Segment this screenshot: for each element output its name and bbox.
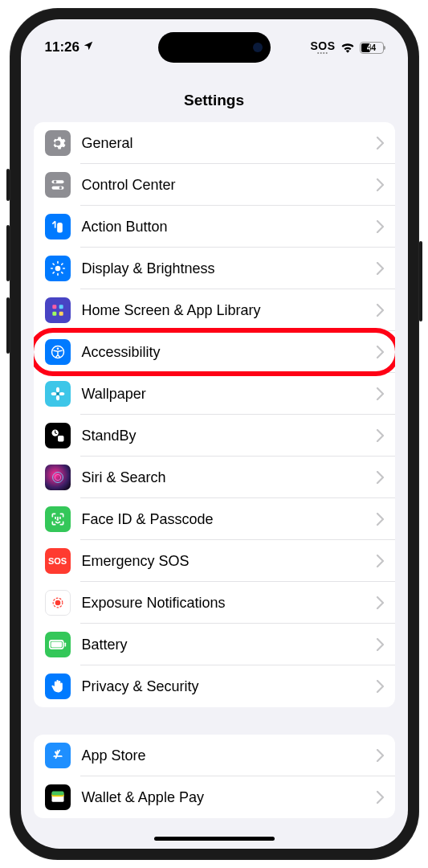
svg-rect-34 [51,642,62,648]
chevron-right-icon [377,513,384,526]
hand-icon [45,674,71,699]
screen: 11:26 SOS •••• 44 Settings [21,19,408,849]
svg-point-21 [55,387,59,393]
exposure-icon [45,590,71,616]
row-privacy-security[interactable]: Privacy & Security [34,665,395,707]
settings-group-1: General Control Center Action Button [34,122,395,707]
row-label: Home Screen & App Library [82,302,377,319]
page-title: Settings [21,66,408,122]
row-label: StandBy [82,428,377,444]
siri-icon [45,465,71,490]
svg-point-3 [59,186,61,189]
wifi-icon [340,42,355,53]
row-label: Display & Brightness [82,260,377,277]
svg-rect-16 [52,312,56,316]
row-accessibility[interactable]: Accessibility [34,331,395,373]
svg-rect-14 [52,305,56,309]
power-button [419,241,422,321]
gear-icon [45,130,71,156]
svg-line-10 [53,264,54,264]
row-label: Control Center [82,177,377,194]
svg-line-12 [53,272,54,273]
row-emergency-sos[interactable]: SOS Emergency SOS [34,540,395,582]
row-wallpaper[interactable]: Wallpaper [34,373,395,415]
action-icon [45,214,71,240]
row-wallet-pay[interactable]: Wallet & Apple Pay [34,776,395,818]
svg-rect-35 [64,642,66,646]
status-left: 11:26 [45,39,94,55]
row-faceid-passcode[interactable]: Face ID & Passcode [34,498,395,540]
row-label: Action Button [82,219,377,235]
grid-icon [45,297,71,323]
standby-icon [45,423,71,448]
row-exposure-notifications[interactable]: Exposure Notifications [34,582,395,624]
volume-down-button [6,297,10,354]
row-battery[interactable]: Battery [34,624,395,665]
row-label: Wallet & Apple Pay [82,789,377,806]
svg-point-20 [55,392,59,395]
slider-icon [45,172,71,198]
chevron-right-icon [377,346,384,358]
status-right: SOS •••• 44 [310,40,383,55]
row-siri-search[interactable]: Siri & Search [34,457,395,498]
battery-icon: 44 [360,42,384,54]
wallet-icon [45,784,71,810]
svg-rect-0 [51,180,63,183]
chevron-right-icon [377,555,384,567]
svg-point-5 [55,266,60,272]
row-label: Battery [82,637,377,653]
chevron-right-icon [377,638,384,651]
row-app-store[interactable]: App Store [34,735,395,776]
svg-point-24 [59,392,64,395]
chevron-right-icon [377,791,384,804]
row-label: Face ID & Passcode [82,511,377,528]
svg-line-13 [61,264,62,264]
svg-rect-1 [51,186,63,190]
svg-point-27 [52,473,63,483]
svg-point-23 [51,392,56,395]
chevron-right-icon [377,137,384,149]
row-label: General [82,135,377,152]
svg-rect-4 [58,223,62,232]
sos-icon: SOS [45,548,71,574]
row-label: Emergency SOS [82,553,377,570]
chevron-right-icon [377,304,384,317]
svg-point-31 [55,600,60,606]
chevron-right-icon [377,749,384,762]
chevron-right-icon [377,429,384,442]
dynamic-island [158,32,271,63]
row-label: Accessibility [82,344,377,361]
row-label: Privacy & Security [82,678,377,695]
silence-switch [6,169,10,201]
row-control-center[interactable]: Control Center [34,164,395,206]
svg-rect-38 [51,792,63,796]
svg-point-19 [56,348,59,350]
chevron-right-icon [377,680,384,693]
home-indicator[interactable] [154,837,275,841]
sos-indicator: SOS •••• [310,40,335,55]
chevron-right-icon [377,596,384,609]
flower-icon [45,381,71,407]
chevron-right-icon [377,220,384,233]
appstore-icon [45,743,71,768]
row-general[interactable]: General [34,122,395,164]
brightness-icon [45,256,71,281]
row-display-brightness[interactable]: Display & Brightness [34,248,395,289]
row-label: App Store [82,747,377,764]
accessibility-icon [45,339,71,365]
battery-icon [45,632,71,657]
chevron-right-icon [377,471,384,484]
svg-line-11 [61,272,62,273]
row-action-button[interactable]: Action Button [34,206,395,248]
chevron-right-icon [377,178,384,191]
location-icon [83,39,94,55]
row-label: Wallpaper [82,386,377,403]
row-label: Siri & Search [82,469,377,486]
settings-list[interactable]: General Control Center Action Button [21,122,408,845]
status-time: 11:26 [45,39,79,55]
row-standby[interactable]: StandBy [34,415,395,457]
front-camera [253,43,263,52]
svg-rect-26 [58,436,64,442]
chevron-right-icon [377,387,384,400]
row-home-screen[interactable]: Home Screen & App Library [34,289,395,331]
